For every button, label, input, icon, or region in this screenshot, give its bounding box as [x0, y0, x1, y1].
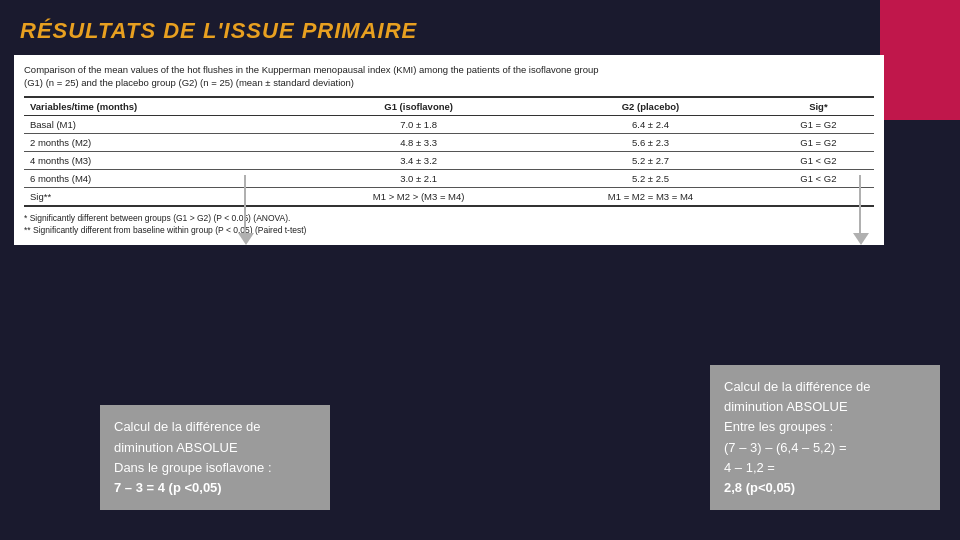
- box-right-line1: Calcul de la différence de: [724, 379, 870, 394]
- cell-g1: M1 > M2 > (M3 = M4): [299, 187, 538, 206]
- cell-variable: Sig**: [24, 187, 299, 206]
- accent-decoration: [880, 0, 960, 120]
- table-header-row: Variables/time (months) G1 (isoflavone) …: [24, 97, 874, 116]
- cell-g1: 7.0 ± 1.8: [299, 115, 538, 133]
- cell-g2: 5.2 ± 2.7: [538, 151, 763, 169]
- footnote-2: ** Significantly different from baseline…: [24, 224, 874, 237]
- box-left-line3: Dans le groupe isoflavone :: [114, 460, 272, 475]
- box-right-line2: diminution ABSOLUE: [724, 399, 848, 414]
- cell-variable: 6 months (M4): [24, 169, 299, 187]
- cell-variable: Basal (M1): [24, 115, 299, 133]
- cell-variable: 4 months (M3): [24, 151, 299, 169]
- box-right-line5: 4 – 1,2 =: [724, 460, 775, 475]
- col-header-sig: Sig*: [763, 97, 874, 116]
- cell-sig: [763, 187, 874, 206]
- cell-sig: G1 < G2: [763, 169, 874, 187]
- cell-sig: G1 = G2: [763, 133, 874, 151]
- cell-g2: 5.6 ± 2.3: [538, 133, 763, 151]
- cell-g1: 4.8 ± 3.3: [299, 133, 538, 151]
- table-row: Basal (M1)7.0 ± 1.86.4 ± 2.4G1 = G2: [24, 115, 874, 133]
- table-row: 6 months (M4)3.0 ± 2.15.2 ± 2.5G1 < G2: [24, 169, 874, 187]
- cell-variable: 2 months (M2): [24, 133, 299, 151]
- cell-g2: M1 = M2 = M3 = M4: [538, 187, 763, 206]
- kmi-table: Variables/time (months) G1 (isoflavone) …: [24, 96, 874, 207]
- footnote-1: * Significantly different between groups…: [24, 212, 874, 225]
- box-right-line4: (7 – 3) – (6,4 – 5,2) =: [724, 440, 846, 455]
- table-row: 4 months (M3)3.4 ± 3.25.2 ± 2.7G1 < G2: [24, 151, 874, 169]
- cell-sig: G1 < G2: [763, 151, 874, 169]
- box-right-line6: 2,8 (p<0,05): [724, 480, 795, 495]
- col-header-g1: G1 (isoflavone): [299, 97, 538, 116]
- cell-g1: 3.4 ± 3.2: [299, 151, 538, 169]
- table-caption: Comparison of the mean values of the hot…: [24, 63, 874, 90]
- table-row: Sig**M1 > M2 > (M3 = M4)M1 = M2 = M3 = M…: [24, 187, 874, 206]
- cell-g2: 5.2 ± 2.5: [538, 169, 763, 187]
- box-group-diff-calc: Calcul de la différence de diminution AB…: [710, 365, 940, 510]
- table-row: 2 months (M2)4.8 ± 3.35.6 ± 2.3G1 = G2: [24, 133, 874, 151]
- box-left-line2: diminution ABSOLUE: [114, 440, 238, 455]
- study-table-container: Comparison of the mean values of the hot…: [14, 55, 884, 245]
- box-left-line4: 7 – 3 = 4 (p <0,05): [114, 480, 222, 495]
- cell-g1: 3.0 ± 2.1: [299, 169, 538, 187]
- box-right-line3: Entre les groupes :: [724, 419, 833, 434]
- col-header-g2: G2 (placebo): [538, 97, 763, 116]
- box-isoflavone-calc: Calcul de la différence de diminution AB…: [100, 405, 330, 510]
- page: RÉSULTATS DE L'ISSUE PRIMAIRE Comparison…: [0, 0, 960, 540]
- page-title: RÉSULTATS DE L'ISSUE PRIMAIRE: [20, 18, 417, 44]
- table-footnotes: * Significantly different between groups…: [24, 212, 874, 238]
- cell-g2: 6.4 ± 2.4: [538, 115, 763, 133]
- box-left-line1: Calcul de la différence de: [114, 419, 260, 434]
- cell-sig: G1 = G2: [763, 115, 874, 133]
- col-header-variable: Variables/time (months): [24, 97, 299, 116]
